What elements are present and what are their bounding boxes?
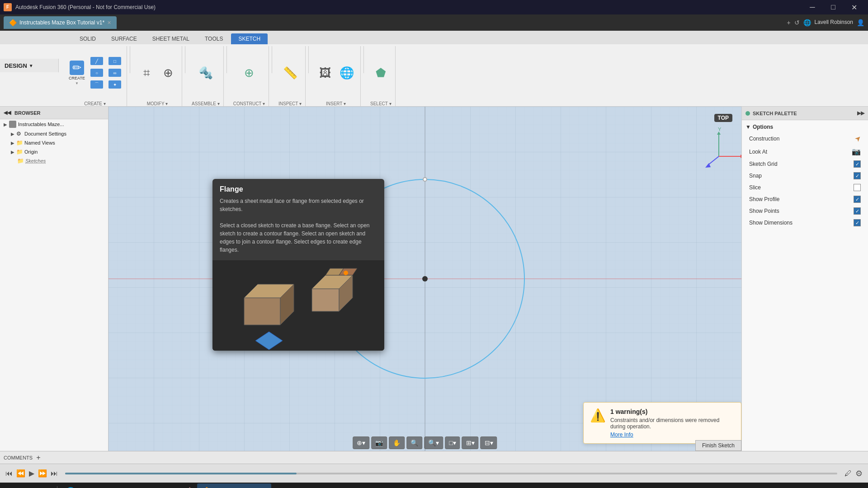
viewport[interactable]: X Y TOP Flange Creates a sheet metal fac…	[108, 107, 741, 451]
sketch-tool-1[interactable]: ╱	[89, 56, 105, 66]
ribbon-tab-tools[interactable]: TOOLS	[198, 33, 230, 44]
construction-icon[interactable]: ➤	[853, 133, 863, 144]
view-top-label: TOP	[714, 114, 732, 122]
taskbar-app-browser[interactable]: 🌐 Project Editor - Instruc...	[61, 483, 136, 488]
view-button[interactable]: □▾	[445, 436, 460, 449]
insert-icon-2[interactable]: 🌐	[337, 61, 357, 84]
create-main-icon[interactable]: ✏ CREATE ▼	[67, 59, 87, 86]
modify-icon-1[interactable]: ⌗	[137, 61, 156, 84]
browser-item-sketches[interactable]: 📁 Sketches	[0, 156, 108, 165]
warning-content: 1 warning(s) Constraints and/or dimensio…	[610, 408, 735, 438]
maximize-button[interactable]: □	[823, 0, 844, 14]
show-dimensions-checkbox[interactable]: ✓	[854, 219, 861, 226]
timeline[interactable]	[65, 473, 837, 474]
step-back-button[interactable]: ⏪	[16, 469, 25, 478]
arrow-icon-doc: ▶	[4, 122, 7, 127]
svg-point-5	[422, 276, 428, 282]
task-view-button[interactable]: ⊡	[38, 483, 53, 488]
orbit-button[interactable]: ⊕▾	[353, 436, 369, 449]
ribbon-group-modify: ⌗ ⊕ MODIFY ▾	[133, 46, 182, 106]
look-at-icon[interactable]: 📷	[852, 147, 861, 156]
show-dimensions-row: Show Dimensions ✓	[742, 217, 868, 229]
taskbar-app-files[interactable]: 📁	[138, 483, 157, 488]
insert-icon-1[interactable]: 🖼	[315, 61, 335, 84]
grid-button[interactable]: ⊟▾	[481, 436, 497, 449]
user-icon[interactable]: 👤	[857, 19, 864, 26]
sketch-palette-expand[interactable]: ▶▶	[857, 110, 864, 116]
tab-sync-icon[interactable]: ↺	[794, 19, 800, 26]
slice-checkbox[interactable]	[854, 184, 861, 191]
show-points-row: Show Points ✓	[742, 205, 868, 217]
sketch-tool-6[interactable]: ✦	[107, 79, 123, 90]
start-button[interactable]: ⊞	[2, 483, 17, 488]
snap-checkbox[interactable]: ✓	[854, 172, 861, 179]
browser-item-named-views[interactable]: ▶ 📁 Named Views	[0, 138, 108, 147]
pan-button[interactable]: ✋	[389, 436, 405, 449]
browser-item-origin[interactable]: ▶ 📁 Origin	[0, 147, 108, 156]
taskbar-app-email[interactable]: ✉	[159, 483, 175, 488]
playback-settings-icon[interactable]: ⚙	[855, 469, 863, 479]
sketch-grid-checkbox[interactable]: ✓	[854, 160, 861, 168]
modify-icon-2[interactable]: ⊕	[158, 61, 178, 84]
document-tab-active[interactable]: 🔶 Instructables Maze Box Tutorial v1* ✕	[4, 16, 117, 29]
fit-button[interactable]: 🔍▾	[424, 436, 443, 449]
construct-icon-1[interactable]: ⊕	[239, 61, 259, 84]
skip-to-start-button[interactable]: ⏮	[5, 469, 13, 478]
ribbon-tab-solid[interactable]: SOLID	[72, 33, 103, 44]
select-icon-1[interactable]: ⬟	[371, 61, 391, 84]
finish-sketch-button[interactable]: Finish Sketch	[695, 440, 741, 451]
tooltip-description: Creates a sheet metal face or flange fro…	[220, 197, 377, 254]
add-comment-button[interactable]: +	[36, 454, 40, 462]
sketch-tool-4[interactable]: □	[107, 56, 123, 66]
settings-icon: ⚙	[16, 131, 23, 137]
app-title: Autodesk Fusion 360 (Personal - Not for …	[15, 4, 156, 10]
play-button[interactable]: ▶	[29, 469, 34, 478]
taskbar-app-fusion[interactable]: 🔶 Autodesk Fusion 360 ...	[197, 483, 271, 488]
sketch-tool-5[interactable]: ∞	[107, 67, 123, 78]
browser-item-document[interactable]: ▶ Instructables Maze...	[0, 119, 108, 129]
modify-group-label: MODIFY ▾	[147, 101, 168, 106]
folder-icon-origin: 📁	[16, 149, 23, 155]
zoom-button[interactable]: 🔍	[406, 436, 422, 449]
skip-to-end-button[interactable]: ⏭	[51, 469, 58, 478]
browser-collapse-icon[interactable]: ◀◀	[4, 110, 11, 116]
ribbon-tab-sheet-metal[interactable]: SHEET METAL	[145, 33, 197, 44]
window-controls: ─ □ ✕	[802, 0, 864, 14]
show-profile-checkbox[interactable]: ✓	[854, 196, 861, 203]
display-button[interactable]: ⊞▾	[462, 436, 479, 449]
tooltip-text-area: Flange Creates a sheet metal face or fla…	[212, 179, 384, 260]
separator-3	[226, 46, 227, 73]
construct-icons: ⊕	[239, 46, 259, 99]
show-points-checkbox[interactable]: ✓	[854, 207, 861, 215]
camera-button[interactable]: 📷	[371, 436, 387, 449]
inspect-icon-1[interactable]: 📏	[280, 61, 300, 84]
construction-label: Construction	[749, 136, 779, 142]
ribbon-tab-sketch[interactable]: SKETCH	[231, 33, 268, 44]
sketch-tool-3[interactable]: ⌒	[89, 79, 105, 90]
search-button[interactable]: 🔍	[19, 483, 37, 488]
warning-icon: ⚠️	[590, 408, 606, 423]
tab-online-icon[interactable]: 🌐	[803, 19, 811, 26]
close-button[interactable]: ✕	[844, 0, 864, 14]
browser-item-doc-settings[interactable]: ▶ ⚙ Document Settings	[0, 129, 108, 138]
assemble-icon-1[interactable]: 🔩	[196, 61, 216, 84]
step-forward-button[interactable]: ⏩	[38, 469, 47, 478]
ribbon-group-create: ✏ CREATE ▼ ╱ ○ ⌒	[63, 46, 127, 106]
warning-header: ⚠️ 1 warning(s) Constraints and/or dimen…	[590, 408, 735, 438]
separator-2	[185, 46, 185, 73]
taskbar-app-store[interactable]: 🛒	[176, 483, 195, 488]
arrow-icon-views: ▶	[11, 141, 14, 145]
minimize-button[interactable]: ─	[802, 0, 823, 14]
sketch-tool-2[interactable]: ○	[89, 67, 105, 78]
mark-button[interactable]: 🖊	[844, 469, 852, 478]
ribbon-tab-surface[interactable]: SURFACE	[104, 33, 144, 44]
options-collapse-icon: ▼	[745, 124, 751, 130]
design-dropdown-button[interactable]: DESIGN ▼	[0, 59, 59, 72]
user-avatar[interactable]: Lavell Robinson	[815, 19, 853, 26]
new-tab-button[interactable]: +	[787, 19, 790, 26]
folder-icon-sketches: 📁	[17, 158, 24, 164]
tab-close-icon[interactable]: ✕	[107, 20, 111, 26]
select-icons: ⬟	[371, 46, 391, 99]
options-section-header[interactable]: ▼ Options	[742, 122, 868, 132]
more-info-link[interactable]: More Info	[610, 432, 735, 438]
